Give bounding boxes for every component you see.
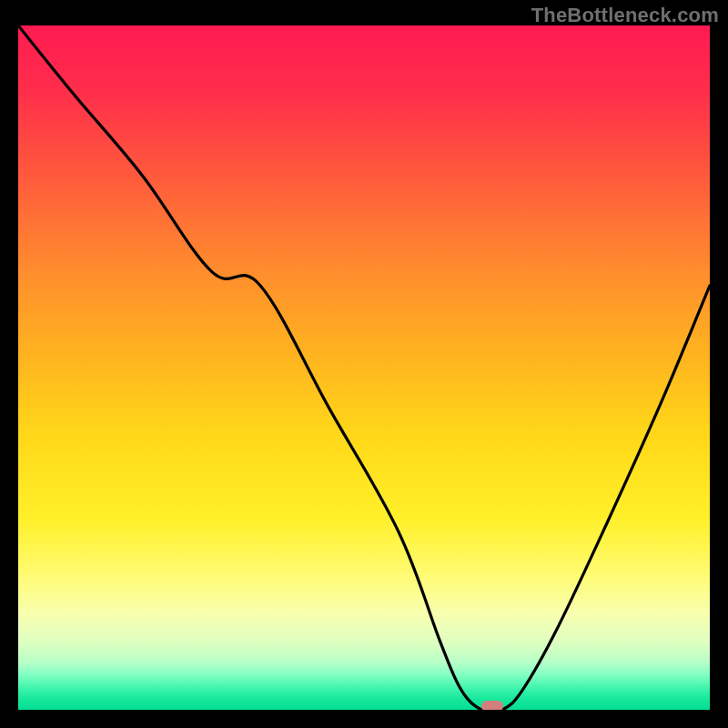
chart-frame: TheBottleneck.com bbox=[0, 0, 728, 728]
plot-area bbox=[18, 25, 710, 710]
optimal-marker bbox=[481, 701, 503, 710]
bottleneck-curve bbox=[18, 25, 710, 710]
watermark-text: TheBottleneck.com bbox=[531, 4, 719, 27]
